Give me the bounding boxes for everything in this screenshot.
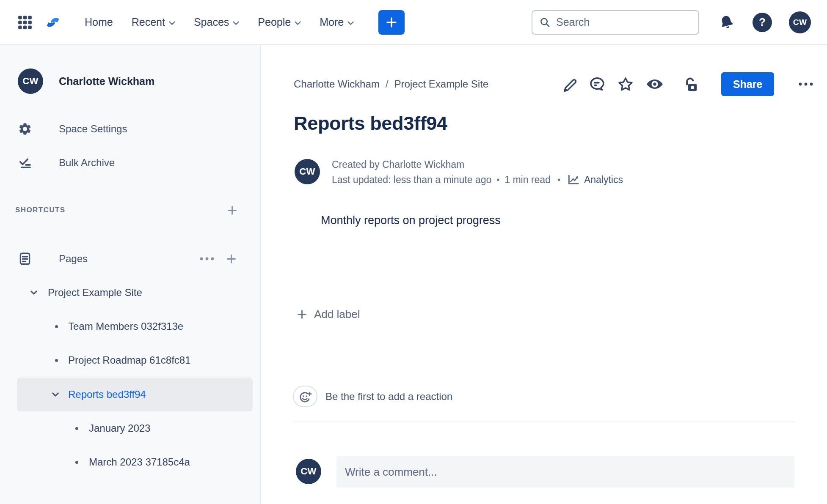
tree-item-label: Reports bed3ff94: [68, 389, 146, 400]
pages-more-button[interactable]: [199, 257, 215, 260]
last-updated-text: Last updated: less than a minute ago: [332, 174, 491, 186]
comment-section: CW: [296, 456, 794, 488]
bullet-icon: [55, 325, 58, 328]
plus-icon: [296, 309, 308, 320]
author-avatar[interactable]: CW: [295, 159, 320, 184]
help-button[interactable]: ?: [753, 13, 772, 32]
ellipsis-icon: [798, 82, 813, 86]
tree-item-label: March 2023 37185c4a: [89, 456, 190, 468]
chevron-down-icon[interactable]: [51, 390, 60, 399]
nav-item-more[interactable]: More: [320, 16, 354, 28]
breadcrumb: Charlotte Wickham / Project Example Site: [294, 78, 488, 90]
analytics-link[interactable]: Analytics: [567, 173, 623, 186]
primary-nav: Home Recent Spaces People More: [85, 16, 354, 28]
page-header-row: Charlotte Wickham / Project Example Site: [294, 72, 813, 96]
add-label-button[interactable]: Add label: [296, 308, 360, 321]
smiley-add-icon: [298, 390, 312, 403]
tree-item-label: Project Example Site: [48, 287, 142, 299]
nav-item-people[interactable]: People: [258, 16, 301, 28]
sidebar-section-pages[interactable]: Pages: [0, 244, 261, 273]
nav-item-spaces[interactable]: Spaces: [194, 16, 239, 28]
sidebar-item-bulk-archive[interactable]: Bulk Archive: [0, 148, 261, 177]
restrictions-button[interactable]: [683, 76, 699, 92]
share-button[interactable]: Share: [721, 72, 774, 96]
pencil-icon: [562, 77, 577, 92]
add-reaction-button[interactable]: [293, 386, 317, 407]
nav-label: People: [258, 16, 291, 28]
breadcrumb-separator: /: [386, 78, 389, 90]
chevron-down-icon: [295, 21, 301, 25]
nav-item-recent[interactable]: Recent: [132, 16, 175, 28]
plus-icon: [226, 253, 237, 265]
reaction-prompt-text: Be the first to add a reaction: [325, 391, 452, 403]
comments-divider: [294, 422, 794, 422]
comments-button[interactable]: [589, 76, 605, 92]
gear-icon: [18, 122, 32, 136]
dot-separator: •: [557, 175, 560, 185]
sidebar-item-label: Bulk Archive: [59, 157, 115, 169]
profile-avatar[interactable]: CW: [789, 11, 811, 33]
search-input[interactable]: [556, 16, 692, 28]
add-shortcut-button[interactable]: [226, 205, 238, 216]
comment-input[interactable]: [345, 466, 786, 479]
page-actions: Share: [562, 72, 813, 96]
tree-item-project-roadmap[interactable]: Project Roadmap 61c8fc81: [0, 343, 261, 377]
byline: CW Created by Charlotte Wickham Last upd…: [295, 159, 623, 186]
space-header[interactable]: CW Charlotte Wickham: [18, 68, 154, 94]
star-icon: [617, 76, 634, 92]
shortcuts-heading: SHORTCUTS: [15, 206, 65, 214]
chevron-down-icon: [169, 21, 175, 25]
bell-icon: [719, 14, 735, 30]
nav-label: Recent: [132, 16, 165, 28]
favourite-button[interactable]: [617, 76, 634, 92]
bulk-archive-icon: [18, 155, 32, 170]
app-switcher-icon[interactable]: [17, 14, 33, 30]
add-label-text: Add label: [314, 308, 360, 321]
nav-label: More: [320, 16, 344, 28]
sidebar-item-label: Space Settings: [59, 123, 127, 135]
breadcrumb-space-link[interactable]: Charlotte Wickham: [294, 78, 380, 90]
chevron-down-icon: [347, 21, 354, 25]
add-page-button[interactable]: [226, 253, 237, 265]
reactions-section: Be the first to add a reaction: [293, 386, 452, 407]
eye-icon: [646, 77, 664, 91]
space-sidebar: CW Charlotte Wickham Space Settings Bulk…: [0, 45, 261, 504]
pages-icon: [18, 252, 32, 266]
tree-item-team-members[interactable]: Team Members 032f313e: [0, 310, 261, 343]
search-box: [532, 10, 699, 35]
analytics-chart-icon: [567, 173, 580, 186]
sidebar-item-space-settings[interactable]: Space Settings: [0, 115, 261, 143]
commenter-avatar: CW: [296, 459, 321, 484]
unlock-icon: [683, 76, 699, 92]
page-body-text: Monthly reports on project progress: [321, 214, 501, 227]
search-icon: [539, 16, 551, 28]
nav-item-home[interactable]: Home: [85, 16, 113, 28]
plus-icon: [385, 16, 398, 29]
tree-item-reports-selected[interactable]: Reports bed3ff94: [17, 378, 253, 411]
create-button[interactable]: [378, 10, 405, 35]
comment-input-box[interactable]: [336, 456, 794, 488]
dot-separator: •: [496, 175, 499, 185]
edit-button[interactable]: [562, 77, 577, 92]
created-by-text: Created by Charlotte Wickham: [332, 159, 623, 170]
space-name: Charlotte Wickham: [59, 75, 154, 88]
tree-item-label: Team Members 032f313e: [68, 320, 183, 332]
notifications-button[interactable]: [719, 14, 735, 30]
tree-item-project-example-site[interactable]: Project Example Site: [0, 276, 261, 310]
nav-label: Home: [85, 16, 113, 28]
page-title: Reports bed3ff94: [294, 112, 447, 134]
more-actions-button[interactable]: [798, 82, 813, 86]
space-avatar: CW: [18, 68, 43, 94]
confluence-app: Home Recent Spaces People More: [0, 0, 827, 504]
breadcrumb-parent-link[interactable]: Project Example Site: [394, 78, 488, 90]
question-mark-icon: ?: [759, 16, 766, 29]
watch-button[interactable]: [646, 77, 664, 91]
ellipsis-icon: [199, 257, 215, 260]
page-content: Charlotte Wickham / Project Example Site: [261, 45, 827, 504]
tree-item-january-2023[interactable]: January 2023: [0, 411, 261, 445]
nav-label: Spaces: [194, 16, 229, 28]
tree-item-march-2023[interactable]: March 2023 37185c4a: [0, 445, 261, 479]
shortcuts-section-header: SHORTCUTS: [0, 200, 261, 220]
chevron-down-icon[interactable]: [30, 288, 38, 297]
confluence-logo-icon[interactable]: [44, 13, 62, 32]
